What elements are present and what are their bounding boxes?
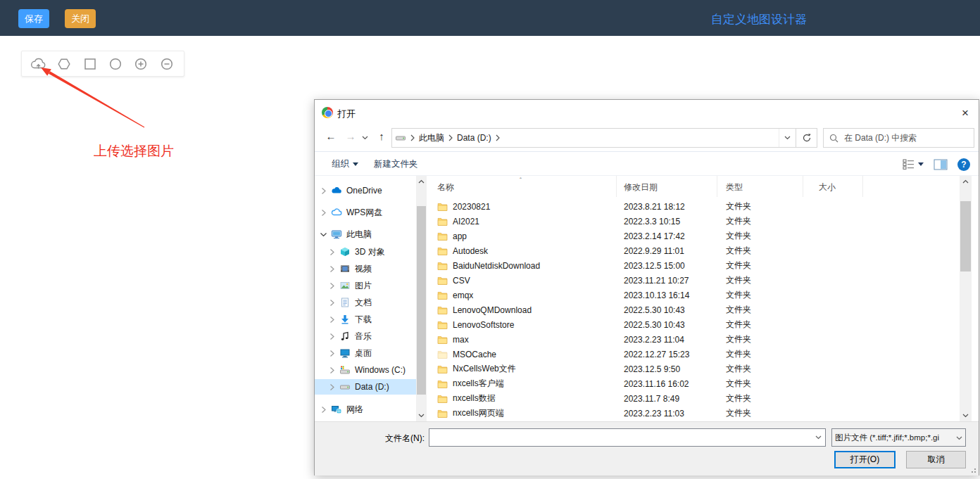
column-header-blank [863, 176, 960, 197]
table-row[interactable]: 20230821 2023.8.21 18:12 文件夹 [427, 199, 960, 214]
sidebar-item-this-pc[interactable]: 此电脑 [315, 226, 416, 242]
circle-icon[interactable] [106, 55, 125, 73]
wps-cloud-icon [331, 207, 342, 218]
table-row[interactable]: AI2021 2022.3.3 10:15 文件夹 [427, 214, 960, 229]
table-row[interactable]: LenovoSoftstore 2022.5.30 10:43 文件夹 [427, 317, 960, 332]
scrollbar-thumb[interactable] [960, 201, 971, 272]
nav-back-icon[interactable]: ← [323, 130, 339, 142]
sidebar-item-windows-c[interactable]: Windows (C:) [315, 362, 416, 378]
chevron-right-icon[interactable] [327, 383, 337, 391]
file-date: 2023.10.13 16:14 [617, 290, 717, 300]
chevron-right-icon[interactable] [327, 265, 337, 273]
chevron-right-icon[interactable] [318, 187, 328, 195]
file-list-scrollbar[interactable] [960, 176, 972, 421]
dialog-close-icon[interactable]: × [957, 106, 973, 121]
table-row[interactable]: CSV 2023.11.21 10:27 文件夹 [427, 273, 960, 288]
file-type: 文件夹 [717, 378, 803, 390]
breadcrumb-drive-icon[interactable] [392, 129, 409, 147]
table-row[interactable]: BaiduNetdiskDownload 2023.12.5 15:00 文件夹 [427, 258, 960, 273]
table-row[interactable]: max 2023.2.23 11:04 文件夹 [427, 332, 960, 347]
preview-pane-icon[interactable] [934, 159, 948, 170]
dialog-titlebar[interactable]: 打开 × [315, 100, 979, 125]
chevron-down-icon[interactable] [318, 231, 328, 238]
filename-dropdown-icon[interactable] [811, 435, 825, 440]
column-header-date[interactable]: 修改日期 [617, 176, 717, 197]
chevron-right-icon[interactable] [327, 333, 337, 340]
nav-sidebar: OneDrive WPS网盘 此电脑 3D 对象 视频 [315, 176, 416, 421]
refresh-icon[interactable] [796, 129, 817, 147]
sidebar-item-data-d[interactable]: Data (D:) [315, 379, 416, 395]
square-icon[interactable] [81, 55, 99, 73]
table-row[interactable]: app 2023.2.14 17:42 文件夹 [427, 229, 960, 243]
column-header-type[interactable]: 类型 [717, 176, 803, 197]
sidebar-item-onedrive[interactable]: OneDrive [315, 183, 416, 198]
scrollbar-thumb[interactable] [417, 206, 426, 395]
sidebar-scrollbar[interactable] [416, 176, 427, 421]
column-label: 大小 [819, 181, 836, 193]
table-row[interactable]: nxcells网页端 2023.2.23 11:03 文件夹 [427, 406, 960, 421]
organize-button[interactable]: 组织 [332, 153, 358, 176]
column-header-name[interactable]: 名称 ˆ [427, 176, 617, 197]
save-button[interactable]: 保存 [18, 9, 49, 28]
table-row[interactable]: LenovoQMDownload 2022.5.30 10:43 文件夹 [427, 302, 960, 317]
filetype-select[interactable]: 图片文件 (*.tiff;*.jfif;*.bmp;*.gi [831, 428, 966, 447]
sidebar-item-downloads[interactable]: 下载 [315, 312, 416, 327]
zoom-out-icon[interactable] [158, 55, 176, 73]
table-row[interactable]: Autodesk 2022.9.29 11:01 文件夹 [427, 243, 960, 258]
chevron-right-icon[interactable] [318, 406, 328, 414]
hexagon-icon[interactable] [55, 55, 73, 73]
nav-history-chevron-icon[interactable] [360, 130, 370, 142]
list-view-icon [903, 159, 915, 170]
chevron-right-icon[interactable] [318, 209, 328, 217]
annotation-text: 上传选择图片 [94, 142, 174, 160]
sidebar-item-pictures[interactable]: 图片 [315, 278, 416, 293]
breadcrumb-data-d[interactable]: Data (D:) [454, 129, 494, 147]
table-row[interactable]: emqx 2023.10.13 16:14 文件夹 [427, 288, 960, 302]
sidebar-item-documents[interactable]: 文档 [315, 295, 416, 310]
file-date: 2023.11.7 8:49 [617, 394, 717, 404]
sidebar-item-desktop[interactable]: 桌面 [315, 345, 416, 361]
table-row[interactable]: nxcells客户端 2023.11.16 16:02 文件夹 [427, 376, 960, 391]
resize-grip[interactable] [969, 466, 976, 473]
sidebar-item-3d-objects[interactable]: 3D 对象 [315, 244, 416, 260]
cancel-button[interactable]: 取消 [906, 451, 966, 468]
chevron-right-icon[interactable] [327, 366, 337, 374]
new-folder-button[interactable]: 新建文件夹 [374, 153, 418, 176]
file-name: AI2021 [453, 217, 479, 226]
videos-icon [339, 263, 351, 274]
scroll-down-icon[interactable] [416, 410, 427, 421]
chevron-right-icon[interactable] [327, 350, 337, 357]
table-row[interactable]: nxcells数据 2023.11.7 8:49 文件夹 [427, 391, 960, 406]
chevron-right-icon[interactable] [327, 282, 337, 290]
sidebar-item-videos[interactable]: 视频 [315, 261, 416, 276]
view-options-button[interactable] [903, 159, 924, 170]
sidebar-item-wps-cloud[interactable]: WPS网盘 [315, 205, 416, 220]
chevron-right-icon[interactable] [327, 316, 337, 324]
zoom-in-icon[interactable] [132, 55, 150, 73]
sidebar-item-music[interactable]: 音乐 [315, 328, 416, 344]
scroll-down-icon[interactable] [960, 410, 972, 421]
folder-icon [437, 320, 448, 330]
chevron-right-icon[interactable] [327, 248, 337, 256]
help-icon[interactable]: ? [957, 158, 970, 171]
breadcrumb-this-pc[interactable]: 此电脑 [416, 129, 447, 147]
scroll-up-icon[interactable] [416, 176, 427, 187]
cloud-upload-icon[interactable] [30, 55, 48, 73]
table-row[interactable]: NxCellsWeb文件 2023.12.5 9:50 文件夹 [427, 362, 960, 376]
nav-forward-icon[interactable]: → [343, 130, 358, 142]
breadcrumb-dropdown-icon[interactable] [779, 129, 796, 147]
folder-icon [437, 231, 448, 241]
file-name: LenovoQMDownload [453, 305, 532, 315]
sidebar-item-network[interactable]: 网络 [315, 402, 416, 417]
column-header-size[interactable]: 大小 [803, 176, 863, 197]
search-icon [829, 134, 838, 143]
table-row[interactable]: MSOCache 2022.12.27 15:23 文件夹 [427, 347, 960, 362]
close-button[interactable]: 关闭 [65, 9, 96, 28]
filename-input[interactable] [429, 429, 811, 446]
open-button[interactable]: 打开(O) [834, 451, 896, 468]
search-input[interactable] [844, 133, 968, 143]
dialog-body: OneDrive WPS网盘 此电脑 3D 对象 视频 [315, 176, 979, 421]
chevron-right-icon[interactable] [327, 299, 337, 307]
scroll-up-icon[interactable] [960, 176, 972, 187]
nav-up-icon[interactable]: ↑ [374, 130, 389, 142]
